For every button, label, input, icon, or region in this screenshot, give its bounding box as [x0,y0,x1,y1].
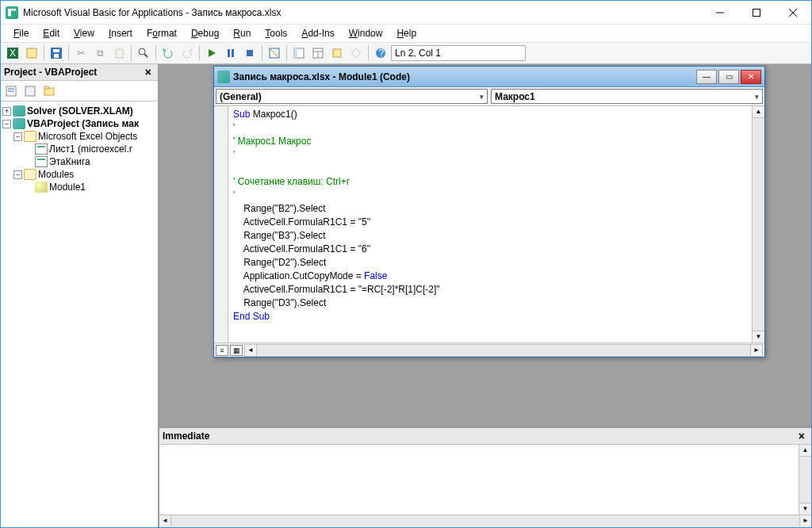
tree-modules[interactable]: −Modules [2,168,156,181]
close-button[interactable] [775,1,811,25]
svg-rect-19 [294,48,297,58]
workspace: Запись макроса.xlsx - Module1 (Code) — ▭… [159,64,811,527]
project-pane-title: Project - VBAProject × [1,64,158,81]
cursor-position-field: Ln 2, Col 1 [391,45,526,61]
svg-point-10 [139,48,145,55]
toolbox-icon[interactable] [347,44,365,62]
toolbar-separator [368,45,369,61]
immediate-close-icon[interactable]: × [795,430,808,442]
code-vertical-scrollbar[interactable] [752,106,764,342]
code-horizontal-scrollbar[interactable] [244,344,763,357]
view-excel-icon[interactable]: X [4,44,21,62]
svg-rect-15 [247,50,253,56]
menu-view[interactable]: View [67,26,101,40]
toolbar-separator [131,45,132,61]
svg-line-11 [144,54,147,57]
menu-edit[interactable]: Edit [36,26,66,40]
full-module-view-icon[interactable]: ▦ [230,345,243,356]
menu-addins[interactable]: Add-Ins [295,26,340,40]
menu-window[interactable]: Window [343,26,389,40]
toggle-folders-icon[interactable] [40,82,58,100]
codewin-close-button[interactable]: ✕ [741,70,761,84]
svg-rect-8 [53,49,59,52]
menu-help[interactable]: Help [390,26,423,40]
view-object-icon[interactable] [21,82,39,100]
immediate-horizontal-scrollbar[interactable] [159,515,811,527]
svg-text:X: X [10,48,16,59]
properties-window-icon[interactable] [309,44,327,62]
code-titlebar[interactable]: Запись макроса.xlsx - Module1 (Code) — ▭… [214,67,764,87]
tree-solver[interactable]: +Solver (SOLVER.XLAM) [2,105,156,117]
svg-rect-9 [54,54,59,58]
code-selectors: (General)▾ Макрос1▾ [214,87,764,106]
procedure-selector[interactable]: Макрос1▾ [491,89,763,104]
immediate-title: Immediate × [159,428,811,445]
immediate-window: Immediate × [159,426,811,527]
undo-icon[interactable] [159,44,177,62]
project-tree[interactable]: +Solver (SOLVER.XLAM) −VBAProject (Запис… [1,101,158,527]
svg-rect-29 [25,86,35,96]
code-editor[interactable]: Sub Макрос1() ' ' Макрос1 Макрос ' ' Соч… [228,106,752,342]
cut-icon[interactable]: ✂ [72,44,90,62]
tree-vbaproject[interactable]: −VBAProject (Запись мак [2,117,156,130]
svg-rect-23 [333,49,341,57]
menu-tools[interactable]: Tools [259,26,293,40]
project-explorer: Project - VBAProject × +Solver (SOLVER.X… [1,64,159,527]
code-window: Запись макроса.xlsx - Module1 (Code) — ▭… [213,66,765,358]
menu-run[interactable]: Run [227,26,257,40]
svg-marker-12 [209,49,216,57]
project-toolbar [1,81,158,101]
code-body: Sub Макрос1() ' ' Макрос1 Макрос ' ' Соч… [214,106,764,342]
object-browser-icon[interactable] [328,44,346,62]
svg-rect-13 [228,49,230,57]
project-pane-close-icon[interactable]: × [142,66,155,78]
run-sub-icon[interactable] [203,44,220,62]
view-code-icon[interactable] [2,82,20,100]
svg-rect-6 [27,48,36,58]
chevron-down-icon: ▾ [480,93,484,101]
menu-insert[interactable]: Insert [102,26,139,40]
insert-module-dropdown-icon[interactable] [23,44,40,62]
tree-module1[interactable]: Module1 [2,181,156,193]
find-icon[interactable] [135,44,152,62]
save-icon[interactable] [48,44,65,62]
project-explorer-icon[interactable] [290,44,308,62]
menu-format[interactable]: Format [140,26,183,40]
break-icon[interactable] [222,44,239,62]
titlebar: Microsoft Visual Basic for Applications … [1,1,811,25]
immediate-vertical-scrollbar[interactable] [799,445,811,515]
minimize-button[interactable] [702,1,738,25]
menu-debug[interactable]: Debug [185,26,225,40]
svg-rect-31 [44,86,48,89]
tree-excel-objects[interactable]: −Microsoft Excel Objects [2,130,156,143]
procedure-view-icon[interactable]: ≡ [216,345,228,356]
maximize-button[interactable] [738,1,775,25]
reset-icon[interactable] [241,44,259,62]
codewin-maximize-button[interactable]: ▭ [718,70,739,84]
app-title: Microsoft Visual Basic for Applications … [23,7,702,18]
help-icon[interactable]: ? [372,44,389,62]
redo-icon[interactable] [178,44,196,62]
svg-text:?: ? [379,48,385,59]
immediate-input[interactable] [159,445,799,515]
tree-thisworkbook[interactable]: ЭтаКнига [2,155,156,168]
toolbar-separator [199,45,200,61]
code-bottom-bar: ≡ ▦ [214,342,764,357]
toolbar-separator [286,45,287,61]
code-window-title: Запись макроса.xlsx - Module1 (Code) [233,71,695,82]
svg-rect-1 [753,9,760,16]
codewin-minimize-button[interactable]: — [696,70,717,84]
paste-icon[interactable]: 📋 [110,44,128,62]
svg-rect-14 [232,49,234,57]
chevron-down-icon: ▾ [755,93,759,101]
tree-sheet1[interactable]: Лист1 (microexcel.r [2,143,156,155]
toolbar: X ✂ ⧉ 📋 ? Ln 2, Col 1 [1,42,811,64]
menubar: File Edit View Insert Format Debug Run T… [1,25,811,42]
object-selector[interactable]: (General)▾ [216,89,488,104]
copy-icon[interactable]: ⧉ [91,44,109,62]
toolbar-separator [68,45,69,61]
design-mode-icon[interactable] [266,44,283,62]
menu-file[interactable]: File [7,26,35,40]
code-margin [214,106,228,342]
module-icon [217,71,230,83]
